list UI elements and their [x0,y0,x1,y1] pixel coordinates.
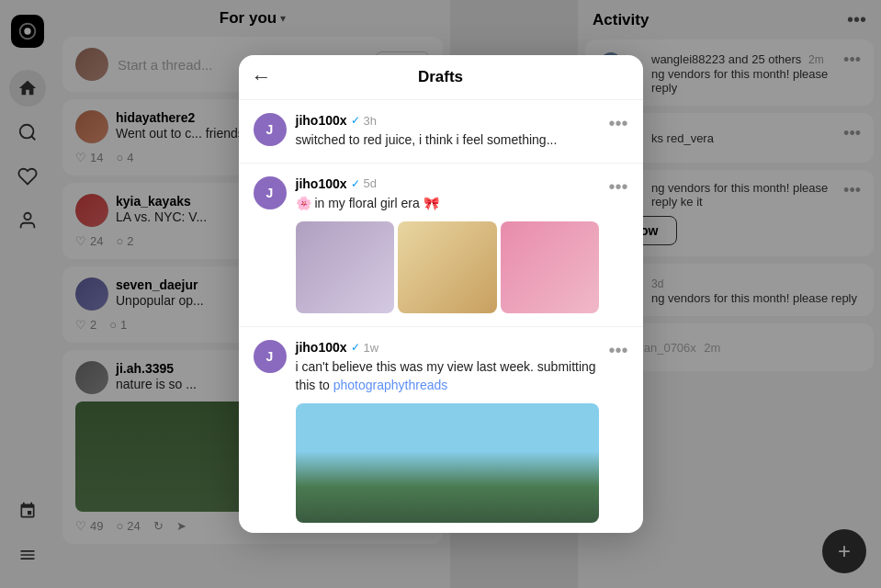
draft-verified-1: ✓ [351,114,360,127]
draft-verified-2: ✓ [351,177,360,190]
draft-link-3[interactable]: photographythreads [333,378,448,392]
draft-username-2[interactable]: jiho100x [296,176,347,191]
draft-content-3: jiho100x ✓ 1w i can't believe this was m… [296,340,600,523]
modal-header: ← Drafts [239,55,643,100]
draft-full-image-3 [296,403,600,523]
modal-overlay[interactable]: ← Drafts J jiho100x ✓ 3h switched to red… [0,0,881,588]
draft-image-2a [296,221,395,313]
draft-more-3[interactable]: ••• [608,340,627,361]
draft-image-2b [398,221,497,313]
draft-user-row-3: jiho100x ✓ 1w [296,340,600,355]
draft-content-1: jiho100x ✓ 3h switched to red juice, i t… [296,113,600,150]
draft-time-1: 3h [364,114,377,128]
draft-avatar-3: J [254,340,287,373]
draft-verified-3: ✓ [351,341,360,354]
draft-item-2: J jiho100x ✓ 5d 🌸 in my floral girl era … [239,164,643,328]
draft-item-1: J jiho100x ✓ 3h switched to red juice, i… [239,100,643,164]
draft-image-2c [501,221,600,313]
drafts-modal: ← Drafts J jiho100x ✓ 3h switched to red… [239,55,643,533]
draft-text-3: i can't believe this was my view last we… [296,358,600,394]
modal-back-button[interactable]: ← [252,65,272,89]
modal-title: Drafts [418,68,463,86]
draft-more-1[interactable]: ••• [608,113,627,134]
draft-text-1: switched to red juice, i think i feel so… [296,131,600,150]
draft-time-3: 1w [364,341,379,355]
draft-username-1[interactable]: jiho100x [296,113,347,128]
draft-user-row-2: jiho100x ✓ 5d [296,176,600,191]
draft-post-header-2: J jiho100x ✓ 5d 🌸 in my floral girl era … [254,176,628,314]
modal-body: J jiho100x ✓ 3h switched to red juice, i… [239,100,643,533]
draft-more-2[interactable]: ••• [608,176,627,198]
draft-time-2: 5d [364,176,377,190]
draft-item-3: J jiho100x ✓ 1w i can't believe this was… [239,327,643,533]
draft-user-row-1: jiho100x ✓ 3h [296,113,600,128]
draft-content-2: jiho100x ✓ 5d 🌸 in my floral girl era 🎀 [296,176,600,314]
draft-images-2 [296,221,600,313]
draft-username-3[interactable]: jiho100x [296,340,347,355]
draft-avatar-2: J [254,176,287,209]
draft-avatar-1: J [254,113,287,146]
draft-post-header-1: J jiho100x ✓ 3h switched to red juice, i… [254,113,628,150]
draft-post-header-3: J jiho100x ✓ 1w i can't believe this was… [254,340,628,523]
draft-text-2: 🌸 in my floral girl era 🎀 [296,195,600,213]
